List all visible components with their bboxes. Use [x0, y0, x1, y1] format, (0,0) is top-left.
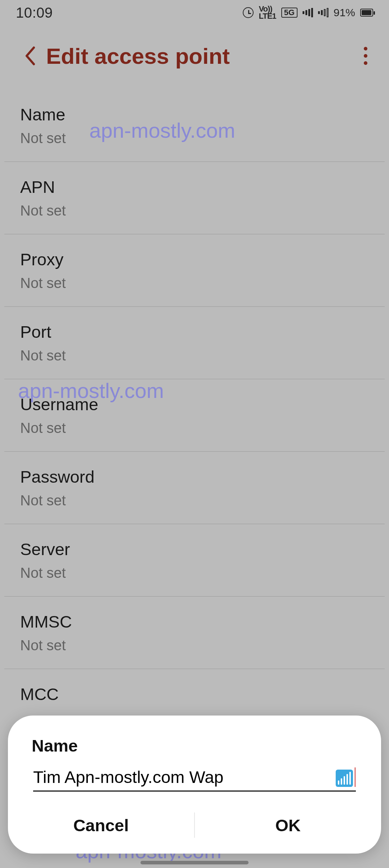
text-cursor	[354, 767, 356, 787]
signal-strength-emoji-icon	[336, 770, 353, 787]
name-input[interactable]	[33, 767, 334, 787]
home-indicator[interactable]	[140, 861, 249, 864]
dialog-input-wrap[interactable]	[33, 767, 356, 792]
ok-button[interactable]: OK	[195, 802, 381, 848]
dialog-title: Name	[8, 736, 381, 767]
edit-name-dialog: Name Cancel OK	[8, 716, 381, 854]
cancel-button[interactable]: Cancel	[8, 802, 194, 848]
dialog-actions: Cancel OK	[8, 802, 381, 848]
